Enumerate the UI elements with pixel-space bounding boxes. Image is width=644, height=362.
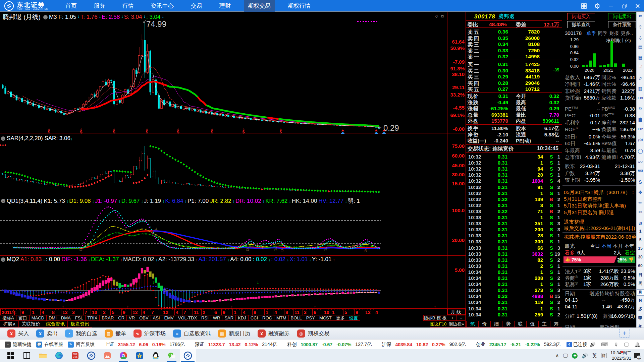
indicator-tab-设置[interactable]: 设置 (347, 315, 360, 321)
bell-icon[interactable]: 🔔 (634, 342, 641, 348)
tick-tab-筹[interactable]: 筹 (550, 321, 562, 327)
photos-app-icon[interactable] (99, 349, 115, 362)
indicator-tab-KDJ[interactable]: KDJ (236, 315, 249, 321)
index-创业[interactable]: 创业2345.17-5.21-0.22%592.3亿 (476, 342, 560, 348)
collapse-sar-icon[interactable]: ⌄ (1, 136, 5, 141)
indicator-tab-BOLL[interactable]: BOLL (289, 315, 304, 321)
menu-item-6[interactable]: 期权交易 (244, 0, 275, 12)
info-tab-right-侧边栏»[interactable]: 侧边栏» (447, 321, 466, 327)
info-tab-综合资讯[interactable]: 综合资讯 (43, 321, 68, 327)
refresh-icon[interactable]: ↺ (637, 221, 644, 226)
toolbar-沪深市场[interactable]: ∿沪深市场 (133, 329, 166, 338)
f10-tab-同季[interactable]: 同季 (598, 31, 607, 37)
indicator-tab-BRAR[interactable]: BRAR (100, 315, 116, 321)
news-item[interactable]: 退市整理 (564, 219, 636, 225)
f12-icon[interactable]: F12 (637, 127, 644, 131)
toolbar-买入[interactable]: ¥买入 (7, 329, 29, 338)
self-stock-icon[interactable]: 自 (637, 117, 644, 123)
star-app-icon[interactable]: Z (131, 349, 148, 362)
diamond-icon[interactable]: ◇ (435, 14, 438, 18)
f10-tab-财报[interactable]: 财报 (609, 31, 619, 37)
indicator-tab-CR[interactable]: CR (116, 315, 127, 321)
indicator-tab-MTM[interactable]: MTM (274, 315, 289, 321)
menu-item-0[interactable]: 首页 (61, 0, 81, 12)
notification-center-icon[interactable]: 1 (633, 351, 643, 360)
sentiment-tab-今日[interactable]: 今日 (590, 243, 600, 249)
news-icon[interactable]: ▥ (637, 86, 644, 91)
toolbar-期权交易[interactable]: ◎期权交易 (297, 329, 329, 338)
tree-icon[interactable]: 🗂 (637, 107, 644, 110)
tick-tab-细[interactable]: 细 (491, 321, 503, 327)
wechat-icon[interactable] (164, 349, 180, 362)
index-沪深[interactable]: 沪深4039.8410.820.27%902.6亿 (382, 342, 466, 348)
northeast-securities-active-icon[interactable] (180, 349, 196, 362)
up-arrow-icon[interactable]: ⇧ (637, 24, 644, 29)
table-icon[interactable]: ▦ (637, 55, 644, 60)
menu-item-2[interactable]: 行情 (118, 0, 138, 12)
toolbar-我的自选[interactable]: ◔我的自选 (65, 329, 97, 338)
indicator-tab-right-+[interactable]: + (448, 315, 457, 321)
tick-tab-势[interactable]: 势 (502, 321, 515, 327)
info-tab-扩展∧[interactable]: 扩展∧ (0, 321, 19, 327)
menu-item-1[interactable]: 服务 (90, 0, 109, 12)
kline-icon[interactable]: ♯ (637, 75, 644, 81)
f10-button-条件预警[interactable]: 条件预警 (608, 21, 636, 28)
rsi-icon[interactable]: RSI (637, 169, 644, 172)
indicator-tab-更多[interactable]: 更多 (334, 315, 347, 321)
news-item[interactable]: 05月30日*ST腾邦（300178）：… (564, 189, 636, 196)
statusbar-留言反馈[interactable]: ✎留言反馈 (68, 342, 95, 348)
indicator-tab-TRIX[interactable]: TRIX (86, 315, 100, 321)
f10-button-闪电卖出[interactable]: 闪电卖出 (608, 13, 636, 20)
news-item[interactable]: 最后交易日:2022-06-21(剩14日) (564, 225, 636, 232)
news-item[interactable]: 5月31日更名为 腾邦退 (564, 209, 636, 216)
sentiment-tab-本周[interactable]: 本周 (601, 243, 611, 249)
qq-icon[interactable] (148, 349, 164, 362)
formula-icon[interactable]: ƒ⒳ (637, 138, 644, 142)
toolbar-自选股资讯[interactable]: ≡自选股资讯 (173, 329, 211, 338)
period-30[interactable]: 30 (637, 255, 644, 259)
f10-tab-单季[interactable]: 单季 (587, 31, 596, 37)
period-1[interactable]: 1 (637, 229, 644, 234)
volume-icon[interactable]: 🔊 (589, 342, 596, 348)
ime-pinyin-icon[interactable]: 拼 (601, 353, 606, 358)
period-5[interactable]: 5 (637, 238, 644, 242)
edge-browser-icon[interactable] (51, 349, 67, 362)
zhaoshang-securities-icon[interactable]: 招商证券 (67, 349, 83, 362)
northeast-securities-icon[interactable] (83, 349, 99, 362)
task-view-button[interactable] (19, 349, 35, 362)
statusbar-在线客服[interactable]: 💬在线客服 (36, 342, 63, 348)
index-深证[interactable]: 深证11323.713.420.12%2144亿 (195, 342, 277, 348)
indicator-tab-RSI[interactable]: RSI (199, 315, 211, 321)
keyboard-icon[interactable]: ⌨ (601, 342, 608, 348)
tick-tab-主[interactable]: 主 (539, 321, 551, 327)
chart-area[interactable]: $^$^$^$^$^$^$^$^☝☝☝☝☝☝☝☝↑↑↑↑↑↓↓↓↓☝☝ 腾邦退 … (0, 12, 466, 327)
wave-icon[interactable]: 〰 (637, 159, 644, 165)
index-科创[interactable]: 科创1000.87-0.67-0.07%127.7亿 (287, 342, 372, 348)
collapse-qd1-icon[interactable]: ⌄ (1, 199, 5, 203)
down-arrow-icon[interactable]: ⇩ (637, 35, 644, 41)
period-多[interactable]: 多 (637, 306, 644, 312)
f5-icon[interactable]: F5 (637, 210, 644, 214)
news-item[interactable]: 拟减持:控股股东自2022-06-08至… (564, 234, 636, 240)
tray-safety-icon[interactable]: ✚ (572, 353, 578, 359)
indicator-tab-OBV[interactable]: OBV (137, 315, 151, 321)
indicator-tab-VR[interactable]: VR (127, 315, 137, 321)
toolbar-新股日历[interactable]: ▦新股日历 (218, 329, 250, 338)
panel-toggle-icon[interactable]: ⧉ (441, 14, 444, 18)
indicator-tab-FSL[interactable]: FSL (73, 315, 86, 321)
indicator-tab-指标A[interactable]: 指标A (0, 315, 16, 321)
apps-grid-icon[interactable] (580, 2, 588, 10)
period-月[interactable]: 月 (637, 289, 644, 296)
collapse-mq2-icon[interactable]: ⌄ (1, 257, 5, 262)
period-indicator[interactable]: 月线 (447, 309, 466, 315)
tray-screen-icon[interactable]: 🖵 (563, 353, 568, 359)
indicator-tab-DMA[interactable]: DMA (59, 315, 73, 321)
f10-tab-更多..[interactable]: 更多.. (621, 31, 633, 37)
windows-start-button[interactable] (3, 349, 19, 362)
info-tab-right-图文F10[interactable]: 图文F10 (430, 321, 447, 327)
taskbar-clock[interactable]: 10:34 周二2022/5/31 (610, 350, 631, 361)
indicator-tab-窗口[interactable]: 窗口 (16, 315, 30, 321)
info-tab-关联报价[interactable]: 关联报价 (19, 321, 43, 327)
sentiment-tab-本年[interactable]: 本年 (624, 243, 634, 249)
menu-item-4[interactable]: 交易 (187, 0, 206, 12)
